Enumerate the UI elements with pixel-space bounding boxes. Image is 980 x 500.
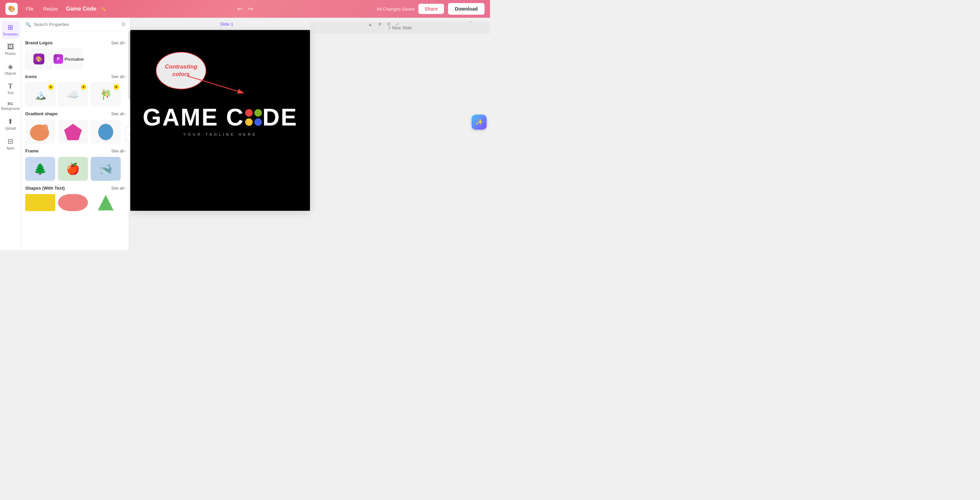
frame-item-2[interactable]: 🍎 — [58, 157, 88, 181]
icons-see-all[interactable]: See all › — [111, 74, 126, 79]
icon-item-1[interactable]: 🏔️ ♥ — [25, 83, 55, 107]
canvas-wrapper: Slide 1 ▲ ▼ ⧉ ⤢ Contrasting colors — [130, 18, 490, 250]
file-menu[interactable]: File — [22, 4, 38, 14]
slide-header-controls: ▲ ▼ ⧉ ⤢ — [367, 21, 401, 28]
dot-green-top — [255, 109, 262, 117]
templates-icon: ⊞ — [8, 23, 13, 31]
background-icon: BG — [8, 102, 13, 106]
slide-copy-button[interactable]: ⧉ — [386, 21, 392, 28]
icons-header: Icons See all › — [25, 74, 126, 79]
svg-marker-4 — [98, 195, 113, 210]
mountain-icon: 🏔️ — [35, 89, 46, 100]
sidebar-item-upload[interactable]: ⬆ Upload — [2, 115, 20, 133]
frame-see-all[interactable]: See all › — [111, 149, 126, 153]
dots-group — [245, 109, 262, 126]
canvas-area: 🔍 98% Slide 1 ▲ ▼ ⧉ ⤢ Contrasting colors — [130, 18, 490, 250]
frame-circle-2: 🍎 — [66, 162, 80, 175]
topbar-nav: File Resize Game Code ✏️ — [22, 4, 106, 14]
shape-text-2[interactable] — [58, 194, 88, 211]
scroll-thumb[interactable] — [129, 31, 130, 100]
panel-collapse-button[interactable]: ‹ — [126, 127, 130, 141]
app-logo: 🎨 — [5, 3, 18, 15]
gradient-shape-header: Gradient shape See all › — [25, 111, 126, 116]
icon-item-2[interactable]: ☁️ ♥ — [58, 83, 88, 107]
sidebar-item-templates[interactable]: ⊞ Templates — [2, 21, 20, 39]
upload-icon: ⬆ — [8, 117, 13, 126]
objects-icon: ◈ — [8, 62, 13, 71]
share-button[interactable]: Share — [418, 4, 444, 14]
document-title: Game Code — [63, 4, 99, 14]
topbar: 🎨 File Resize Game Code ✏️ ↩ ↪ All Chang… — [0, 0, 490, 18]
gradient-shape-see-all[interactable]: See all › — [111, 111, 126, 116]
picmaker-icon: P — [54, 54, 63, 64]
edit-title-icon[interactable]: ✏️ — [100, 6, 106, 11]
frame-item-3[interactable]: 🐋 — [91, 157, 121, 181]
topbar-center-controls: ↩ ↪ — [237, 5, 253, 13]
de-text: DE — [262, 104, 298, 131]
apps-label: Apps — [6, 146, 14, 150]
picmaker-logo: P Picmaker — [54, 54, 84, 64]
sidebar-item-background[interactable]: BG Background — [2, 99, 20, 113]
game-code-logo: GAME C DE — [143, 104, 298, 131]
callout-annotation: Contrasting colors — [156, 52, 206, 89]
frame-circle-3: 🐋 — [99, 162, 113, 175]
objects-label: Objects — [5, 72, 16, 75]
icons-title: Icons — [25, 74, 37, 79]
shapes-text-see-all[interactable]: See all › — [111, 186, 126, 191]
slide-expand-button[interactable]: ⤢ — [394, 21, 401, 28]
shapes-text-title: Shapes (With Text) — [25, 186, 65, 191]
gradient-blob-orange — [30, 123, 51, 141]
dots-bottom-row — [245, 118, 262, 126]
heart-badge-2: ♥ — [81, 84, 86, 90]
dots-top-row — [245, 109, 262, 117]
frame-grid: 🌲 🍎 🐋 — [25, 157, 126, 181]
brand-logos-see-all[interactable]: See all › — [111, 41, 126, 45]
logo-item-1[interactable]: 🎨 — [25, 49, 52, 69]
slide-down-button[interactable]: ▼ — [376, 21, 383, 28]
shape-text-3[interactable] — [91, 194, 121, 211]
sidebar-icons: ⊞ Templates 🖼 Photos ◈ Objects T Text BG… — [0, 18, 21, 250]
tagline: YOUR TAGLINE HERE — [183, 131, 257, 137]
search-input[interactable] — [34, 22, 118, 27]
frame-header: Frame See all › — [25, 148, 126, 153]
dot-yellow — [245, 118, 253, 126]
magic-button[interactable]: ✨ — [472, 115, 487, 130]
frame-item-1[interactable]: 🌲 — [25, 157, 55, 181]
brand-logos-grid: 🎨 P Picmaker — [25, 49, 126, 69]
magic-icon: ✨ — [475, 118, 483, 126]
gradient-shape-title: Gradient shape — [25, 111, 57, 116]
background-label: Background — [2, 107, 19, 110]
text-label: Text — [7, 91, 13, 95]
svg-point-1 — [42, 124, 48, 130]
photos-icon: 🖼 — [7, 43, 14, 51]
undo-button[interactable]: ↩ — [237, 5, 242, 13]
sidebar-item-text[interactable]: T Text — [2, 80, 20, 97]
apps-icon: ⊟ — [8, 137, 13, 145]
text-icon: T — [8, 82, 13, 90]
shapes-text-grid — [25, 194, 126, 211]
slide-up-button[interactable]: ▲ — [367, 21, 374, 28]
sidebar-item-photos[interactable]: 🖼 Photos — [2, 40, 20, 58]
panel-scroll[interactable]: Brand Logos See all › 🎨 P Picmaker — [21, 31, 130, 250]
redo-button[interactable]: ↪ — [248, 5, 253, 13]
icon-item-3[interactable]: 🎋 ♥ — [91, 83, 121, 107]
download-button[interactable]: Download — [448, 3, 485, 15]
logo-item-2[interactable]: P Picmaker — [55, 49, 83, 69]
sidebar-item-apps[interactable]: ⊟ Apps — [2, 134, 20, 153]
heart-badge-1: ♥ — [48, 84, 54, 90]
filter-icon[interactable]: ⚙ — [121, 21, 126, 28]
slide-label: Slide 1 — [220, 21, 234, 27]
logo-icon-1: 🎨 — [33, 54, 45, 64]
cloud-icon: ☁️ — [67, 89, 79, 100]
saved-status: All Changes Saved — [377, 6, 415, 11]
gradient-shape-1[interactable] — [25, 120, 55, 143]
svg-point-3 — [98, 124, 113, 140]
search-icon: 🔍 — [25, 22, 31, 27]
tagline-text: YOUR TAGLINE HERE — [183, 132, 257, 137]
frame-title: Frame — [25, 148, 38, 153]
shape-text-1[interactable] — [25, 194, 55, 211]
gradient-shape-2[interactable] — [58, 120, 88, 143]
gradient-shape-3[interactable] — [91, 120, 121, 143]
resize-menu[interactable]: Resize — [39, 4, 62, 14]
sidebar-item-objects[interactable]: ◈ Objects — [2, 60, 20, 78]
